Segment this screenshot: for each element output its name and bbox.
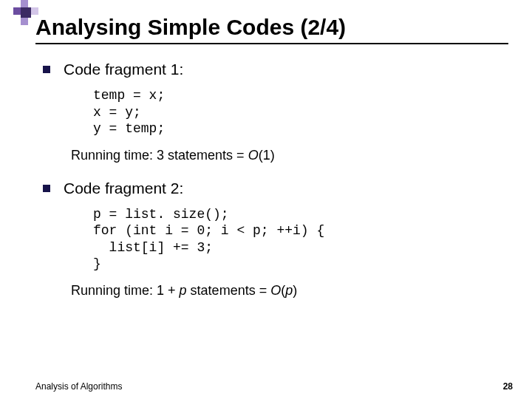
running-time-2: Running time: 1 + p statements = O(p) — [71, 283, 513, 299]
running-1-arg: (1) — [259, 148, 275, 163]
running-2-var: p — [285, 283, 293, 298]
code-block-1: temp = x; x = y; y = temp; — [93, 87, 513, 137]
footer-label: Analysis of Algorithms — [35, 381, 122, 392]
title-underline — [35, 43, 508, 44]
bullet-1-text: Code fragment 1: — [64, 61, 183, 78]
running-1-bigO: O — [248, 148, 259, 163]
running-time-1: Running time: 3 statements = O(1) — [71, 148, 513, 163]
running-2-prefix: Running time: 1 + — [71, 283, 180, 298]
bullet-2-text: Code fragment 2: — [64, 180, 183, 197]
running-2-p: p — [180, 283, 187, 298]
running-2-mid: statements = — [187, 283, 271, 298]
running-2-close: ) — [293, 283, 297, 298]
square-bullet-icon — [43, 66, 50, 73]
slide-title: Analysing Simple Codes (2/4) — [35, 15, 513, 40]
page-number: 28 — [503, 381, 513, 392]
bullet-fragment-1: Code fragment 1: — [35, 61, 513, 78]
running-1-prefix: Running time: 3 statements = — [71, 148, 248, 163]
slide-footer: Analysis of Algorithms 28 — [35, 381, 513, 392]
code-block-2: p = list. size(); for (int i = 0; i < p;… — [93, 206, 513, 273]
bullet-fragment-2: Code fragment 2: — [35, 180, 513, 197]
running-2-bigO: O — [270, 283, 281, 298]
slide-body: Analysing Simple Codes (2/4) Code fragme… — [35, 15, 513, 384]
square-bullet-icon — [43, 185, 50, 192]
corner-decoration — [13, 0, 38, 25]
